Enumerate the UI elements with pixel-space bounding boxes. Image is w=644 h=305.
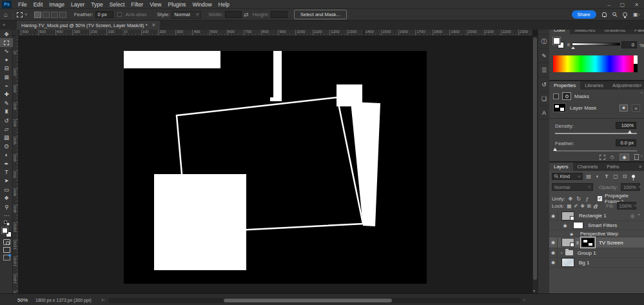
- vertical-scrollbar-thumb[interactable]: [533, 37, 537, 280]
- layer-visibility-eye-icon[interactable]: ◉: [567, 230, 576, 237]
- layer-row-group-1[interactable]: ◉›Group 1: [549, 248, 644, 258]
- document-tab[interactable]: Haning-TV_Mock.psd @ 50% (TV Screen, Lay…: [17, 21, 160, 30]
- lock-transparent-pixels-icon[interactable]: ▦: [567, 203, 571, 209]
- layer-row-perspective-warp[interactable]: ◉Perspective Warp: [549, 230, 644, 237]
- type-tool[interactable]: T: [0, 168, 13, 176]
- add-vector-mask-button[interactable]: ⊞: [632, 104, 640, 112]
- blend-mode-select[interactable]: Normal ˅: [552, 183, 593, 191]
- history-brush-tool[interactable]: ↺: [0, 116, 13, 124]
- layer-thumbnail[interactable]: [561, 238, 574, 247]
- layer-row-bg-1[interactable]: ◉Bg 1: [549, 258, 644, 268]
- new-selection-icon[interactable]: [34, 12, 41, 18]
- clone-stamp-tool[interactable]: ♜: [0, 108, 13, 116]
- k-ramp-thumb[interactable]: [571, 46, 575, 49]
- filter-shape-layers-icon[interactable]: ▢: [612, 173, 619, 179]
- unify-position-icon[interactable]: ✥: [567, 196, 573, 202]
- anti-alias-checkbox[interactable]: [117, 12, 122, 17]
- panel-scroll-up-icon[interactable]: ˄: [640, 91, 643, 95]
- default-colors-icon[interactable]: [4, 221, 10, 226]
- layer-visibility-eye-icon[interactable]: ◉: [549, 237, 558, 248]
- layer-thumbnail[interactable]: [561, 212, 574, 221]
- menu-help[interactable]: Help: [215, 1, 233, 8]
- search-icon[interactable]: ⚲: [610, 10, 619, 19]
- brush-tool[interactable]: ✎: [0, 99, 13, 107]
- invert-mask-icon[interactable]: ◇: [610, 154, 614, 160]
- opacity-field[interactable]: 100% ˅: [621, 183, 640, 191]
- menu-file[interactable]: File: [15, 1, 30, 8]
- home-icon[interactable]: ⌂: [4, 11, 8, 18]
- scroll-right-icon[interactable]: ›: [523, 297, 525, 303]
- layer-row-rectangle-1[interactable]: ◉Rectangle 1◎⌃: [549, 211, 644, 221]
- panel-scroll-down-icon[interactable]: ˅: [640, 154, 643, 158]
- gradient-tool[interactable]: ▨: [0, 133, 13, 142]
- lock-position-icon[interactable]: ✥: [581, 203, 585, 209]
- vertical-scrollbar[interactable]: ▾: [532, 36, 538, 293]
- eraser-tool[interactable]: ▱: [0, 124, 13, 133]
- layer-visibility-eye-icon[interactable]: ◉: [561, 221, 569, 230]
- lock-image-pixels-icon[interactable]: ✐: [574, 203, 578, 209]
- menu-layer[interactable]: Layer: [68, 1, 88, 8]
- horizontal-scrollbar[interactable]: [108, 298, 521, 303]
- history-panel-icon[interactable]: ↺: [538, 77, 550, 92]
- clone-source-panel-icon[interactable]: ❏: [538, 92, 550, 106]
- width-input[interactable]: [225, 11, 242, 18]
- subtract-selection-icon[interactable]: [51, 12, 58, 18]
- k-value-field[interactable]: 0: [621, 41, 637, 48]
- layer-filtering-toggle[interactable]: [632, 175, 635, 178]
- screen-mode-icon[interactable]: [3, 247, 10, 253]
- unify-style-icon[interactable]: ƒ: [584, 196, 590, 202]
- lock-artboard-icon[interactable]: ⊞: [587, 203, 591, 209]
- menu-image[interactable]: Image: [46, 1, 68, 8]
- lasso-tool[interactable]: ∿: [0, 47, 13, 55]
- scroll-left-icon[interactable]: ‹: [103, 297, 105, 303]
- filter-pixel-layers-icon[interactable]: ▤: [585, 173, 592, 179]
- layer-visibility-eye-icon[interactable]: ◉: [549, 248, 558, 257]
- height-input[interactable]: [271, 11, 288, 18]
- select-pixel-mask-button[interactable]: ◙: [620, 104, 628, 112]
- close-button[interactable]: ✕: [634, 2, 639, 8]
- horizontal-scrollbar-thumb[interactable]: [224, 299, 392, 302]
- style-select[interactable]: Normal ˅: [171, 11, 201, 19]
- panel-menu-icon[interactable]: ≡: [639, 164, 641, 169]
- menu-edit[interactable]: Edit: [30, 1, 46, 8]
- eyedropper-tool[interactable]: ⌁: [0, 81, 13, 90]
- layer-visibility-eye-icon[interactable]: ◉: [549, 258, 558, 267]
- intersect-selection-icon[interactable]: [59, 12, 66, 18]
- brush-settings-panel-icon[interactable]: ✎: [538, 49, 550, 63]
- filter-type-layers-icon[interactable]: T: [603, 173, 610, 179]
- swap-dimensions-icon[interactable]: ⇄: [244, 12, 249, 18]
- fill-field[interactable]: 100% ˅: [617, 202, 636, 210]
- foreground-background-swatches[interactable]: [2, 228, 12, 237]
- tab-libraries[interactable]: Libraries: [580, 81, 608, 90]
- smart-filters-thumbnail[interactable]: [573, 222, 583, 229]
- menu-type[interactable]: Type: [88, 1, 106, 8]
- tab-layers[interactable]: Layers: [549, 162, 573, 171]
- crop-tool[interactable]: ⊟: [0, 64, 13, 73]
- workspace-switcher-icon[interactable]: ▣˅: [633, 12, 640, 17]
- feather-slider[interactable]: [555, 150, 637, 152]
- k-channel-ramp[interactable]: [572, 43, 620, 46]
- menu-plugins[interactable]: Plugins: [164, 1, 189, 8]
- layer-mask-thumbnail[interactable]: [581, 238, 594, 247]
- frame-tool[interactable]: ⊠: [0, 73, 13, 81]
- layer-row-tv-screen[interactable]: ◉8TV Screen: [549, 237, 644, 248]
- tool-preset-caret-icon[interactable]: ˅: [24, 12, 28, 17]
- layer-row-smart-filters[interactable]: ◉Smart Filters: [549, 221, 644, 230]
- menu-select[interactable]: Select: [106, 1, 128, 8]
- tab-properties[interactable]: Properties: [549, 81, 580, 90]
- group-expander-icon[interactable]: ›: [561, 250, 563, 256]
- layer-visibility-eye-icon[interactable]: ◉: [549, 211, 558, 221]
- menu-view[interactable]: View: [146, 1, 164, 8]
- unify-visibility-icon[interactable]: ↻: [576, 196, 581, 202]
- rectangular-marquee-tool[interactable]: [0, 38, 13, 46]
- quick-selection-tool[interactable]: ✦: [0, 55, 13, 64]
- mask-selection-icon[interactable]: [600, 155, 605, 160]
- smart-filters-badge-icon[interactable]: ◎: [630, 213, 634, 219]
- propagate-frame-checkbox[interactable]: ✓: [598, 196, 602, 201]
- foreground-color-swatch[interactable]: [2, 228, 8, 233]
- feather-value-field[interactable]: 0.0 px: [616, 139, 636, 146]
- feather-input[interactable]: 0 px: [95, 11, 113, 18]
- mask-visibility-button[interactable]: ◉: [620, 153, 629, 161]
- filter-smart-objects-icon[interactable]: ⊡: [621, 173, 628, 179]
- pen-tool[interactable]: ✒: [0, 159, 13, 168]
